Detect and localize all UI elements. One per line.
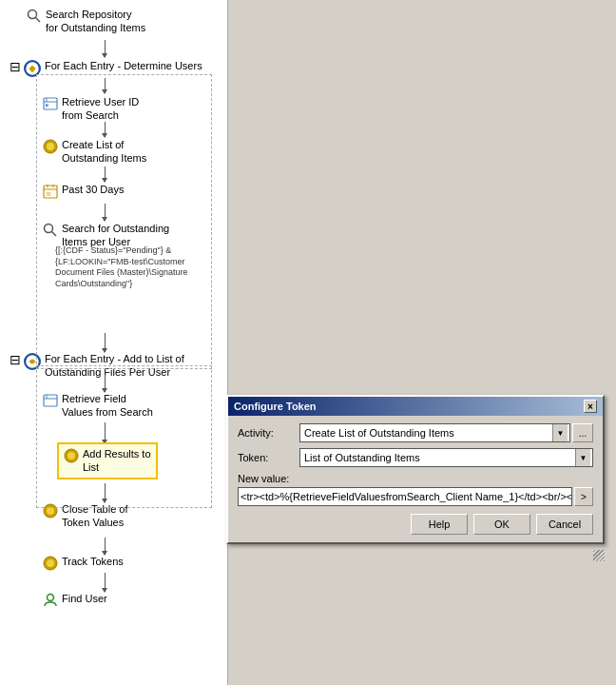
configure-token-dialog: Configure Token × Activity: Create List … — [226, 395, 605, 561]
help-button[interactable]: Help — [411, 514, 468, 535]
list-icon-2 — [64, 448, 79, 463]
node-label: For Each Entry - Add to List ofOutstandi… — [45, 352, 184, 380]
loop-group-2 — [36, 365, 212, 508]
token-select[interactable]: List of Outstanding Items ▼ — [299, 448, 593, 467]
activity-row: Activity: Create List of Outstanding Ite… — [238, 423, 593, 442]
token-dropdown-arrow[interactable]: ▼ — [575, 449, 590, 466]
node-label: Close Table ofToken Values — [62, 502, 128, 530]
search-icon — [27, 9, 42, 24]
new-value-section: New value: <tr><td>%{RetrieveFieldValues… — [238, 473, 593, 506]
activity-select[interactable]: Create List of Outstanding Items ▼ — [299, 423, 570, 442]
node-label: Find User — [62, 592, 107, 605]
node-label: Retrieve FieldValues from Search — [62, 392, 153, 420]
resize-grip[interactable] — [593, 550, 605, 561]
token-label: Token: — [238, 452, 299, 463]
track-icon — [43, 556, 58, 571]
svg-text:▶: ▶ — [46, 102, 49, 108]
node-label: Add Results toList — [83, 447, 151, 475]
svg-point-23 — [47, 507, 54, 515]
dialog-body: Activity: Create List of Outstanding Ite… — [228, 416, 603, 542]
node-track-tokens[interactable]: Track Tokens — [43, 555, 124, 571]
svg-line-15 — [52, 232, 57, 237]
foreach-icon-2 — [24, 353, 41, 370]
node-label: For Each Entry - Determine Users — [45, 59, 202, 72]
new-value-label: New value: — [238, 473, 593, 484]
search-icon-2 — [43, 223, 58, 238]
node-foreach-1[interactable]: ⊟ For Each Entry - Determine Users — [10, 59, 202, 77]
expand-icon-2: ⊟ — [10, 352, 21, 367]
arrow — [102, 53, 107, 58]
dialog-titlebar: Configure Token × — [228, 397, 603, 416]
foreach-icon — [24, 60, 41, 77]
svg-point-25 — [47, 559, 54, 567]
node-label: Past 30 Days — [62, 183, 124, 196]
activity-value: Create List of Outstanding Items — [304, 427, 552, 439]
node-close-table[interactable]: Close Table ofToken Values — [43, 502, 128, 530]
node-find-user[interactable]: Find User — [43, 592, 107, 608]
svg-text:30: 30 — [46, 191, 51, 197]
svg-point-21 — [67, 452, 75, 460]
dialog-window: Configure Token × Activity: Create List … — [226, 395, 605, 544]
list-icon — [43, 139, 58, 154]
node-create-list[interactable]: Create List ofOutstanding Items — [43, 138, 146, 166]
calendar-icon: 30 — [43, 184, 58, 199]
svg-point-8 — [47, 143, 54, 150]
expand-icon: ⊟ — [10, 59, 21, 74]
activity-label: Activity: — [238, 427, 299, 439]
close-table-icon — [43, 503, 58, 519]
node-label: Track Tokens — [62, 555, 124, 568]
node-label: Create List ofOutstanding Items — [62, 138, 146, 166]
svg-point-0 — [29, 10, 37, 19]
workflow-canvas: Search Repositoryfor Outstanding Items ⊟… — [0, 0, 228, 685]
node-past-30[interactable]: 30 Past 30 Days — [43, 183, 124, 199]
node-label: Retrieve User IDfrom Search — [62, 95, 139, 123]
node-retrieve-user[interactable]: ▶ Retrieve User IDfrom Search — [43, 95, 139, 123]
arrow — [102, 89, 107, 94]
node-foreach-2[interactable]: ⊟ For Each Entry - Add to List ofOutstan… — [10, 352, 184, 380]
svg-rect-17 — [44, 395, 57, 406]
new-value-expand-button[interactable]: > — [574, 487, 593, 506]
svg-point-26 — [48, 595, 54, 601]
user-icon — [43, 593, 58, 608]
svg-point-14 — [45, 225, 53, 233]
token-row: Token: List of Outstanding Items ▼ — [238, 448, 593, 467]
new-value-text[interactable]: <tr><td>%{RetrieveFieldValuesfromSearch_… — [238, 487, 572, 506]
ok-button[interactable]: OK — [473, 514, 530, 535]
token-value: List of Outstanding Items — [304, 452, 575, 463]
cancel-button[interactable]: Cancel — [536, 514, 593, 535]
node-search-repo[interactable]: Search Repositoryfor Outstanding Items — [27, 8, 145, 35]
svg-line-1 — [36, 18, 41, 23]
retrieve-icon: ▶ — [43, 96, 58, 111]
activity-dots-button[interactable]: ... — [572, 423, 593, 442]
new-value-input-row: <tr><td>%{RetrieveFieldValuesfromSearch_… — [238, 487, 593, 506]
dialog-title: Configure Token — [234, 401, 317, 412]
node-add-results[interactable]: Add Results toList — [57, 442, 158, 480]
query-text: {[:{CDF - Status}="Pending"} & {LF:LOOKI… — [55, 245, 188, 290]
dialog-close-button[interactable]: × — [584, 400, 597, 413]
node-label: Search Repositoryfor Outstanding Items — [46, 8, 145, 35]
retrieve-icon-2 — [43, 393, 58, 408]
activity-dropdown-arrow[interactable]: ▼ — [552, 424, 568, 441]
node-retrieve-field[interactable]: Retrieve FieldValues from Search — [43, 392, 153, 420]
dialog-button-row: Help OK Cancel — [238, 514, 593, 535]
